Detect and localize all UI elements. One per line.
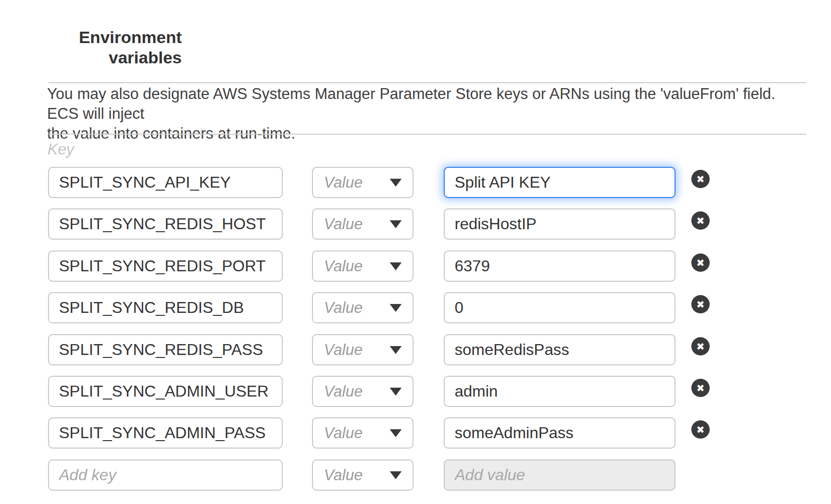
close-icon: ✖ — [696, 425, 705, 435]
value-type-selected: Value — [324, 424, 363, 442]
value-type-selected: Value — [324, 215, 363, 233]
env-value-input[interactable] — [444, 167, 675, 198]
description-line: You may also designate AWS Systems Manag… — [47, 84, 780, 124]
caret-down-icon — [390, 262, 402, 270]
value-type-dropdown[interactable]: Value — [312, 208, 414, 240]
env-value-input[interactable] — [444, 417, 675, 449]
env-var-row: Value ✖ — [0, 417, 831, 449]
caret-down-icon — [390, 388, 402, 396]
env-key-input[interactable] — [48, 208, 283, 240]
value-type-dropdown[interactable]: Value — [312, 167, 414, 198]
add-key-input[interactable] — [48, 459, 283, 491]
env-key-input[interactable] — [48, 292, 283, 323]
env-value-input[interactable] — [444, 292, 675, 323]
env-value-input[interactable] — [444, 376, 675, 407]
section-title: Environment variables — [45, 27, 182, 68]
value-type-selected: Value — [324, 257, 363, 275]
env-key-input[interactable] — [48, 376, 283, 407]
value-type-selected: Value — [324, 383, 363, 401]
close-icon: ✖ — [696, 258, 705, 268]
caret-down-icon — [390, 429, 402, 437]
close-icon: ✖ — [696, 216, 705, 226]
remove-row-button[interactable]: ✖ — [691, 211, 710, 230]
value-type-selected: Value — [324, 341, 363, 359]
close-icon: ✖ — [696, 300, 705, 309]
remove-row-button[interactable]: ✖ — [691, 253, 710, 272]
environment-variables-section: Environment variables You may also desig… — [0, 0, 831, 504]
env-var-row: Value ✖ — [0, 251, 831, 282]
value-type-selected: Value — [324, 466, 363, 484]
key-column-header: Key — [48, 140, 74, 159]
value-type-dropdown[interactable]: Value — [312, 334, 414, 365]
value-type-selected: Value — [324, 299, 363, 317]
add-value-input[interactable] — [444, 459, 675, 491]
divider — [49, 134, 806, 135]
env-value-input[interactable] — [444, 334, 675, 365]
value-type-dropdown[interactable]: Value — [312, 459, 414, 491]
close-icon: ✖ — [696, 342, 705, 352]
caret-down-icon — [390, 304, 402, 312]
env-key-input[interactable] — [48, 334, 283, 365]
value-type-dropdown[interactable]: Value — [312, 292, 414, 323]
env-value-input[interactable] — [444, 208, 675, 240]
env-var-row: Value ✖ — [0, 208, 831, 240]
remove-row-button[interactable]: ✖ — [691, 337, 710, 355]
add-env-var-row: Value — [0, 459, 831, 491]
remove-row-button[interactable]: ✖ — [691, 379, 710, 397]
env-key-input[interactable] — [48, 417, 283, 449]
env-value-input[interactable] — [444, 251, 675, 282]
env-key-input[interactable] — [48, 251, 283, 282]
caret-down-icon — [390, 471, 402, 479]
close-icon: ✖ — [696, 174, 705, 184]
caret-down-icon — [390, 179, 402, 187]
env-var-row: Value ✖ — [0, 292, 831, 323]
section-description: You may also designate AWS Systems Manag… — [47, 84, 780, 144]
caret-down-icon — [390, 220, 402, 228]
value-type-selected: Value — [324, 174, 363, 192]
env-var-row: Value ✖ — [0, 334, 831, 365]
value-type-dropdown[interactable]: Value — [312, 376, 414, 407]
remove-row-button[interactable]: ✖ — [691, 420, 710, 439]
close-icon: ✖ — [696, 383, 705, 393]
value-type-dropdown[interactable]: Value — [312, 251, 414, 282]
remove-row-button[interactable]: ✖ — [691, 295, 710, 313]
divider — [49, 82, 806, 83]
value-type-dropdown[interactable]: Value — [312, 417, 414, 449]
remove-row-button[interactable]: ✖ — [691, 170, 710, 188]
env-key-input[interactable] — [48, 167, 283, 198]
caret-down-icon — [390, 346, 402, 354]
env-var-row: Value ✖ — [0, 376, 831, 407]
env-var-row: Value ✖ — [0, 167, 831, 198]
